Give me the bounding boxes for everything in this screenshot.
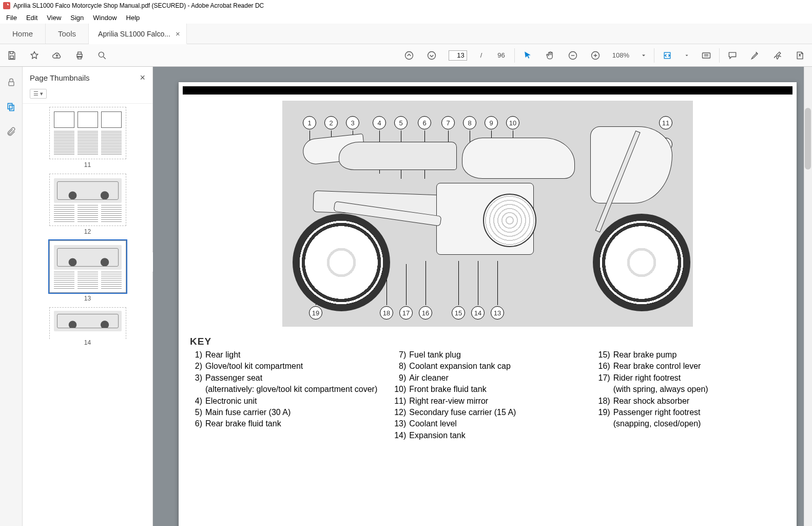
callout-15: 15 (452, 306, 465, 320)
callout-4: 4 (373, 116, 386, 129)
tab-home[interactable]: Home (0, 24, 46, 44)
thumbnails-icon[interactable] (5, 101, 17, 113)
key-item: 5)Main fuse carrier (30 A) (190, 407, 377, 418)
key-item: 6)Rear brake fluid tank (190, 418, 377, 429)
tab-strip: Home Tools Aprilia SL1000 Falco... × (0, 24, 812, 44)
key-item: 18)Rear shock absorber (598, 396, 785, 407)
fit-width-icon[interactable] (662, 50, 673, 61)
cloud-icon[interactable] (51, 50, 63, 61)
side-rail (0, 67, 23, 526)
callout-19: 19 (309, 306, 322, 320)
key-item: 15)Rear brake pump (598, 349, 785, 361)
tab-document[interactable]: Aprilia SL1000 Falco... × (89, 24, 187, 44)
key-section: KEY 1)Rear light2)Glove/tool kit compart… (179, 327, 797, 441)
zoom-out-icon[interactable] (567, 50, 578, 61)
key-item: 14)Expansion tank (394, 430, 581, 441)
svg-rect-10 (703, 53, 710, 58)
thumbnail-11[interactable]: 11 (49, 107, 126, 168)
thumbnail-13[interactable]: 13 (49, 240, 126, 302)
stamp-icon[interactable] (795, 50, 806, 61)
menu-view[interactable]: View (43, 13, 65, 23)
scrollbar[interactable] (804, 67, 812, 526)
callout-18: 18 (380, 306, 393, 320)
svg-rect-11 (9, 82, 14, 86)
page-total: 96 (497, 51, 505, 59)
tab-tools[interactable]: Tools (46, 24, 89, 44)
svg-rect-3 (78, 56, 82, 59)
page-number-input[interactable] (449, 50, 467, 61)
key-item: (with spring, always open) (598, 384, 785, 395)
read-mode-icon[interactable] (701, 50, 712, 61)
key-item: 2)Glove/tool kit compartment (190, 361, 377, 372)
callout-11: 11 (659, 116, 672, 129)
callout-7: 7 (441, 116, 455, 129)
key-item: (snapping, closed/open) (598, 418, 785, 429)
callout-9: 9 (485, 116, 498, 129)
page-down-icon[interactable] (426, 50, 437, 61)
key-item: 9)Air cleaner (394, 372, 581, 384)
print-icon[interactable] (74, 50, 85, 61)
menu-help[interactable]: Help (122, 13, 144, 23)
highlight-icon[interactable] (749, 50, 761, 61)
svg-point-5 (405, 51, 413, 59)
fit-dropdown-icon[interactable] (684, 50, 689, 61)
zoom-dropdown-icon[interactable] (641, 50, 647, 61)
svg-rect-0 (10, 55, 14, 58)
scrollbar-thumb[interactable] (805, 108, 811, 170)
menu-window[interactable]: Window (89, 13, 121, 23)
titlebar: Aprilia SL1000 Falco Motorcycle Shop Man… (0, 0, 812, 11)
callout-14: 14 (471, 306, 485, 320)
callout-5: 5 (394, 116, 408, 129)
menu-edit[interactable]: Edit (22, 13, 42, 23)
callout-16: 16 (419, 306, 432, 320)
close-thumbnails-icon[interactable]: × (140, 72, 145, 83)
comment-icon[interactable] (727, 50, 738, 61)
key-item: 4)Electronic unit (190, 396, 377, 407)
page-separator: / (480, 51, 482, 59)
motorcycle-illustration (298, 147, 678, 301)
page-up-icon[interactable] (403, 50, 415, 61)
lock-icon[interactable] (5, 76, 17, 88)
toolbar: / 96 108% (0, 44, 812, 67)
svg-rect-12 (8, 103, 12, 109)
thumbnail-label: 12 (84, 228, 91, 235)
motorcycle-diagram: 1 2 3 4 5 6 7 8 9 10 11 12 (282, 101, 693, 327)
callout-6: 6 (418, 116, 431, 129)
callout-2: 2 (324, 116, 338, 129)
zoom-value[interactable]: 108% (612, 51, 629, 59)
menu-sign[interactable]: Sign (66, 13, 88, 23)
key-heading: KEY (190, 336, 785, 347)
attachment-icon[interactable] (5, 125, 17, 138)
svg-rect-13 (9, 105, 13, 111)
svg-rect-2 (78, 52, 82, 54)
sign-icon[interactable] (772, 50, 783, 61)
tab-document-label: Aprilia SL1000 Falco... (98, 30, 170, 38)
select-tool-icon[interactable] (522, 50, 533, 61)
star-icon[interactable] (29, 50, 40, 61)
menu-file[interactable]: File (2, 13, 21, 23)
close-icon[interactable]: × (176, 29, 180, 38)
save-icon[interactable] (6, 50, 17, 61)
key-item: 11)Right rear-view mirror (394, 396, 581, 407)
key-item: 10)Front brake fluid tank (394, 384, 581, 395)
pdf-icon (3, 2, 10, 9)
callout-10: 10 (506, 116, 519, 129)
key-item: 8)Coolant expansion tank cap (394, 361, 581, 372)
key-item: 7)Fuel tank plug (394, 349, 581, 361)
zoom-in-icon[interactable] (590, 50, 601, 61)
document-viewer[interactable]: 1 2 3 4 5 6 7 8 9 10 11 12 (153, 67, 812, 526)
hand-tool-icon[interactable] (545, 50, 556, 61)
thumbnail-12[interactable]: 12 (49, 174, 126, 235)
thumbnails-options[interactable]: ☰ ▾ (30, 89, 47, 99)
search-icon[interactable] (96, 50, 108, 61)
key-item: 19)Passenger right footrest (598, 407, 785, 418)
key-column-2: 7)Fuel tank plug8)Coolant expansion tank… (394, 349, 581, 441)
thumbnail-label: 11 (84, 161, 91, 168)
thumbnails-title: Page Thumbnails (30, 73, 89, 82)
callout-17: 17 (399, 306, 413, 320)
key-item: (alternatively: glove/tool kit compartme… (190, 384, 377, 395)
key-item: 16)Rear brake control lever (598, 361, 785, 372)
thumbnails-list[interactable]: 11 12 13 14 (23, 104, 152, 526)
key-item: 13)Coolant level (394, 418, 581, 429)
thumbnail-14[interactable]: 14 (49, 307, 126, 346)
